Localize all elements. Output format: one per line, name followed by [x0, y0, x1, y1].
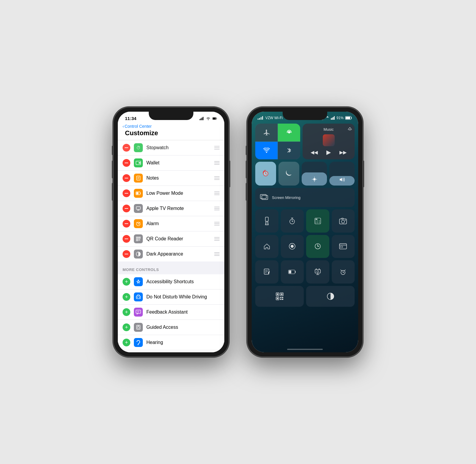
drag-handle[interactable]	[214, 176, 220, 180]
svg-point-86	[342, 220, 345, 223]
list-item[interactable]: Notes	[118, 171, 224, 186]
prev-button[interactable]: ◀◀	[311, 150, 318, 155]
wallet-cc-icon	[339, 243, 347, 249]
notes-cc-button[interactable]	[255, 260, 278, 284]
play-button[interactable]: ▶	[326, 149, 331, 156]
add-button[interactable]	[123, 339, 130, 346]
volume-slider[interactable]	[329, 162, 355, 186]
svg-point-80	[317, 220, 318, 221]
apple-tv-cc-button[interactable]	[306, 260, 329, 284]
drag-handle[interactable]	[214, 161, 220, 165]
timer-button[interactable]	[281, 209, 304, 233]
remove-button[interactable]	[123, 144, 130, 152]
list-item[interactable]: ⏱ Stopwatch	[118, 140, 224, 155]
svg-rect-29	[140, 239, 140, 240]
remove-button[interactable]	[123, 159, 130, 167]
drag-handle[interactable]	[214, 252, 220, 256]
list-item[interactable]: Apple TV Remote	[118, 201, 224, 216]
list-item[interactable]: Do Not Disturb While Driving	[118, 289, 224, 305]
clock-button[interactable]	[306, 235, 329, 258]
apple-tv-cc-icon	[315, 268, 321, 276]
connectivity-tile[interactable]	[255, 124, 300, 159]
airplane-button[interactable]	[255, 124, 278, 141]
list-item[interactable]: Wallet	[118, 155, 224, 171]
list-item[interactable]: Low Power Mode	[118, 186, 224, 201]
remove-button[interactable]	[123, 250, 130, 258]
svg-rect-120	[280, 297, 281, 298]
drag-handle[interactable]	[214, 222, 220, 225]
home-button[interactable]	[255, 235, 278, 258]
remove-button[interactable]	[123, 189, 130, 197]
alarm-cc-button[interactable]	[332, 260, 355, 284]
hearing-icon	[134, 338, 143, 347]
list-item[interactable]: Feedback Assistant	[118, 305, 224, 320]
included-items-list: ⏱ Stopwatch Wallet	[118, 140, 224, 261]
back-link[interactable]: ‹ Control Center	[123, 124, 220, 129]
brightness-slider[interactable]	[302, 162, 327, 186]
music-tile[interactable]: Music ◀◀ ▶ ▶▶	[303, 124, 355, 159]
svg-rect-56	[333, 117, 334, 120]
list-item[interactable]: Magnifier	[118, 350, 224, 352]
wallet-icon	[134, 158, 143, 167]
screen-mirroring-button[interactable]: Screen Mirroring	[255, 188, 355, 207]
phones-container: 11:34	[113, 107, 363, 357]
dark-appearance-cc-button[interactable]	[306, 286, 355, 307]
remove-button[interactable]	[123, 174, 130, 182]
accessibility-icon	[134, 277, 143, 286]
qr-icon	[134, 234, 143, 243]
calculator-button[interactable]	[306, 209, 329, 233]
dark-appearance-cc-icon	[326, 292, 335, 300]
drag-handle[interactable]	[214, 191, 220, 195]
rotation-lock-button[interactable]	[255, 162, 276, 186]
list-item[interactable]: Accessibility Shortcuts	[118, 274, 224, 289]
status-icons	[199, 117, 217, 120]
screen-mirror-label: Screen Mirroring	[272, 195, 300, 200]
list-item[interactable]: Alarm	[118, 216, 224, 231]
item-label: Wallet	[146, 160, 212, 166]
alarm-cc-icon	[339, 268, 347, 275]
nav-title: Customize	[125, 129, 158, 137]
back-label[interactable]: Control Center	[125, 124, 152, 129]
next-button[interactable]: ▶▶	[339, 150, 347, 155]
camera-button[interactable]	[332, 209, 355, 233]
svg-rect-118	[281, 293, 282, 295]
drag-handle[interactable]	[214, 237, 220, 241]
bluetooth-button[interactable]	[278, 142, 300, 160]
list-item[interactable]: Hearing	[118, 335, 224, 350]
screen-record-button[interactable]	[281, 235, 304, 258]
low-power-cc-button[interactable]	[281, 260, 304, 284]
svg-rect-27	[137, 240, 138, 241]
add-button[interactable]	[123, 278, 130, 286]
qr-cc-button[interactable]	[255, 286, 304, 307]
drag-handle[interactable]	[214, 207, 220, 210]
remove-button[interactable]	[123, 220, 130, 228]
list-item[interactable]: Guided Access	[118, 320, 224, 335]
svg-point-81	[319, 220, 320, 221]
drag-handle[interactable]	[214, 146, 220, 150]
remove-button[interactable]	[123, 235, 130, 243]
remove-button[interactable]	[123, 205, 130, 212]
svg-rect-41	[137, 327, 139, 328]
add-button[interactable]	[123, 323, 130, 331]
home-indicator-right	[287, 349, 323, 350]
svg-point-82	[315, 222, 316, 223]
cc-grid-row3	[255, 260, 355, 284]
add-button[interactable]	[123, 308, 130, 316]
hotspot-button[interactable]	[278, 124, 300, 141]
svg-point-104	[317, 270, 319, 272]
list-item[interactable]: Dark Appearance	[118, 247, 224, 261]
wallet-cc-button[interactable]	[332, 235, 355, 258]
svg-rect-37	[136, 310, 141, 313]
flashlight-button[interactable]	[255, 209, 278, 233]
night-mode-button[interactable]	[278, 162, 299, 186]
add-button[interactable]	[123, 293, 130, 301]
hotspot-icon	[286, 129, 293, 136]
wifi-button[interactable]	[255, 142, 278, 160]
item-label: Feedback Assistant	[146, 309, 220, 315]
section-header: MORE CONTROLS	[118, 261, 224, 274]
svg-rect-96	[340, 246, 343, 247]
low-power-cc-icon	[288, 270, 296, 274]
list-item[interactable]: QR Code Reader	[118, 231, 224, 247]
svg-line-21	[140, 222, 140, 223]
svg-rect-121	[282, 297, 283, 298]
